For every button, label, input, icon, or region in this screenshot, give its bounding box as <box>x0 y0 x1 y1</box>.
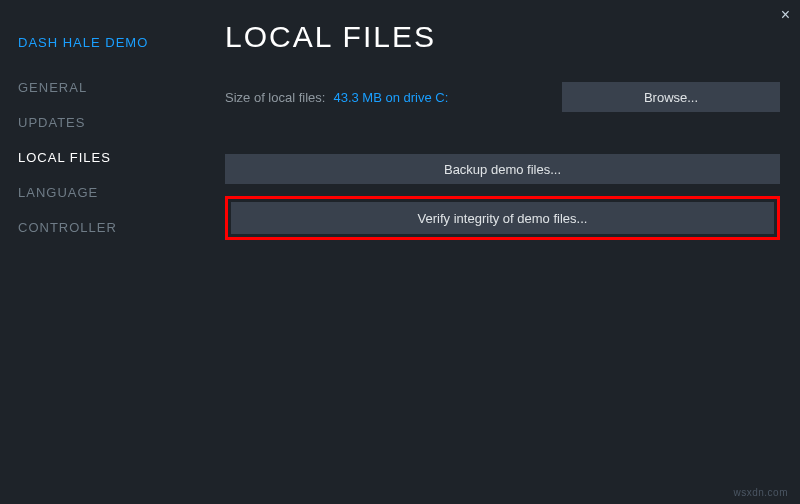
page-title: LOCAL FILES <box>225 20 780 54</box>
game-title: DASH HALE DEMO <box>18 35 195 50</box>
sidebar-item-language[interactable]: LANGUAGE <box>18 185 195 200</box>
watermark: wsxdn.com <box>733 487 788 498</box>
close-icon[interactable]: × <box>781 6 790 24</box>
highlight-box: Verify integrity of demo files... <box>225 196 780 240</box>
sidebar-item-controller[interactable]: CONTROLLER <box>18 220 195 235</box>
sidebar-item-updates[interactable]: UPDATES <box>18 115 195 130</box>
verify-integrity-button[interactable]: Verify integrity of demo files... <box>231 202 774 234</box>
browse-button[interactable]: Browse... <box>562 82 780 112</box>
size-row: Size of local files: 43.3 MB on drive C:… <box>225 82 780 112</box>
sidebar: DASH HALE DEMO GENERAL UPDATES LOCAL FIL… <box>0 0 195 504</box>
sidebar-item-local-files[interactable]: LOCAL FILES <box>18 150 195 165</box>
size-label: Size of local files: <box>225 90 325 105</box>
sidebar-item-general[interactable]: GENERAL <box>18 80 195 95</box>
properties-window: DASH HALE DEMO GENERAL UPDATES LOCAL FIL… <box>0 0 800 504</box>
size-value: 43.3 MB on drive C: <box>333 90 448 105</box>
backup-button[interactable]: Backup demo files... <box>225 154 780 184</box>
main-panel: LOCAL FILES Size of local files: 43.3 MB… <box>195 0 800 504</box>
